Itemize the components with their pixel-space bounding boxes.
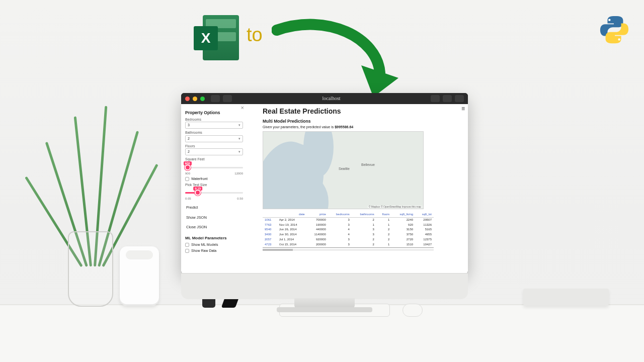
table-cell: 1: [376, 217, 392, 222]
data-table: datepricebedroomsbathroomsfloorssqft_liv…: [263, 212, 434, 248]
arrow-icon: [272, 18, 403, 98]
close-json-button[interactable]: Close JSON: [185, 223, 243, 232]
to-label: to: [247, 25, 263, 44]
table-cell: 9540: [263, 227, 277, 232]
table-cell: 440000: [307, 227, 328, 232]
table-cell: 1: [376, 223, 392, 228]
window-maximize-button[interactable]: [200, 97, 205, 101]
map[interactable]: Seattle Bellevue © Mapbox © OpenStreetMa…: [263, 131, 424, 209]
new-tab-button[interactable]: [443, 95, 452, 102]
show-json-button[interactable]: Show JSON: [185, 213, 243, 222]
table-cell: 1: [352, 223, 376, 228]
excel-icon: X: [194, 15, 239, 60]
window-close-button[interactable]: [185, 97, 190, 101]
bedrooms-label: Bedrooms: [185, 118, 243, 122]
bedrooms-select[interactable]: 3: [185, 122, 243, 129]
table-cell: 3: [352, 227, 376, 232]
table-cell: Nov 19, 2014: [277, 223, 307, 228]
testsize-min: 0.05: [185, 197, 191, 200]
imac-chin: [181, 273, 468, 299]
page-subtitle: Multi Model Predictions: [263, 119, 461, 124]
table-cell: Jun 30, 2014: [277, 232, 307, 237]
table-row[interactable]: 1061Apr 2, 2014700000321224029507: [263, 217, 434, 222]
table-cell: 2: [376, 237, 392, 242]
imac-foot: [277, 307, 372, 312]
table-cell: 3: [328, 242, 352, 247]
sidebar-title: Property Options: [185, 110, 243, 116]
bathrooms-value: 2: [188, 136, 190, 142]
table-header[interactable]: price: [307, 212, 328, 217]
checkbox-box-icon: [185, 243, 189, 247]
window-title: localhost: [322, 96, 340, 101]
table-header[interactable]: bathrooms: [352, 212, 376, 217]
prediction-value: $995586.64: [335, 125, 353, 129]
share-button[interactable]: [431, 95, 440, 102]
table-cell: 200000: [307, 242, 328, 247]
sidebar-close-button[interactable]: ×: [241, 105, 244, 111]
table-row[interactable]: 2057Jul 1, 2014920000322272012375: [263, 237, 434, 242]
table-cell: 190000: [307, 223, 328, 228]
predict-button[interactable]: Predict: [185, 203, 243, 212]
show-models-label: Show ML Models: [191, 243, 218, 246]
ml-section-title: ML Model Parameters: [185, 236, 243, 241]
nav-back-button[interactable]: [211, 95, 220, 102]
show-models-checkbox[interactable]: Show ML Models: [185, 243, 243, 247]
table-row[interactable]: 9540Jun 26, 201444000043231505165: [263, 227, 434, 232]
table-cell: Jun 26, 2014: [277, 227, 307, 232]
table-header[interactable]: bedrooms: [328, 212, 352, 217]
table-header[interactable]: sqft_lot: [415, 212, 434, 217]
nav-forward-button[interactable]: [223, 95, 232, 102]
table-header-row: datepricebedroomsbathroomsfloorssqft_liv…: [263, 212, 434, 217]
bathrooms-label: Bathrooms: [185, 131, 243, 135]
floors-value: 2: [188, 149, 190, 155]
tabs-button[interactable]: [455, 95, 464, 102]
table-header[interactable]: sqft_living: [391, 212, 415, 217]
prediction-text: Given your parameters, the predicted val…: [263, 125, 461, 129]
prediction-prefix: Given your parameters, the predicted val…: [263, 125, 335, 129]
sqft-min: 900: [185, 172, 190, 175]
table-cell: 2: [352, 237, 376, 242]
sqft-label: Square Feet: [185, 157, 243, 161]
map-label-bellevue: Bellevue: [361, 163, 375, 166]
python-icon: [599, 14, 630, 45]
table-row[interactable]: 7763Nov 19, 201419000031192011326: [263, 223, 434, 228]
table-cell: 1510: [391, 242, 415, 247]
table-cell: 2: [376, 227, 392, 232]
map-label-seattle: Seattle: [339, 167, 350, 170]
table-row[interactable]: 4723Oct 15, 2014200000321151010427: [263, 242, 434, 247]
show-raw-checkbox[interactable]: Show Raw Data: [185, 249, 243, 253]
hamburger-icon[interactable]: ≡: [461, 106, 465, 112]
sonos-speaker: [120, 246, 159, 306]
floors-select[interactable]: 2: [185, 148, 243, 155]
vase: [68, 231, 113, 307]
table-header[interactable]: [263, 212, 277, 217]
table-hscrollbar[interactable]: [263, 249, 434, 251]
table-row[interactable]: 3400Jun 30, 2014114000043237504955: [263, 232, 434, 237]
table-cell: 3: [352, 232, 376, 237]
checkbox-box-icon: [185, 249, 189, 253]
table-cell: 4955: [415, 232, 434, 237]
table-cell: 3: [328, 223, 352, 228]
testsize-max: 0.50: [237, 197, 243, 200]
table-cell: 2720: [391, 237, 415, 242]
table-cell: 2: [352, 242, 376, 247]
table-header[interactable]: floors: [376, 212, 392, 217]
table-cell: Apr 2, 2014: [277, 217, 307, 222]
table-header[interactable]: date: [277, 212, 307, 217]
table-cell: Oct 15, 2014: [277, 242, 307, 247]
table-cell: 920: [391, 223, 415, 228]
table-cell: 2057: [263, 237, 277, 242]
sqft-slider[interactable]: 900: [185, 163, 243, 172]
main-content: Real Estate Predictions Multi Model Pred…: [248, 104, 468, 274]
waterfront-checkbox[interactable]: Waterfront: [185, 177, 243, 181]
table-cell: 3: [328, 217, 352, 222]
testsize-slider[interactable]: 0.15: [185, 188, 243, 197]
streamlit-app: ≡ × Property Options Bedrooms 3 Bathroom…: [181, 104, 468, 274]
svg-point-0: [608, 19, 610, 21]
app-window: localhost ≡ × Property Options Bedrooms …: [181, 93, 468, 274]
table-cell: 12375: [415, 237, 434, 242]
waterfront-label: Waterfront: [191, 177, 207, 180]
table-cell: Jul 1, 2014: [277, 237, 307, 242]
bathrooms-select[interactable]: 2: [185, 135, 243, 142]
window-minimize-button[interactable]: [193, 97, 197, 101]
